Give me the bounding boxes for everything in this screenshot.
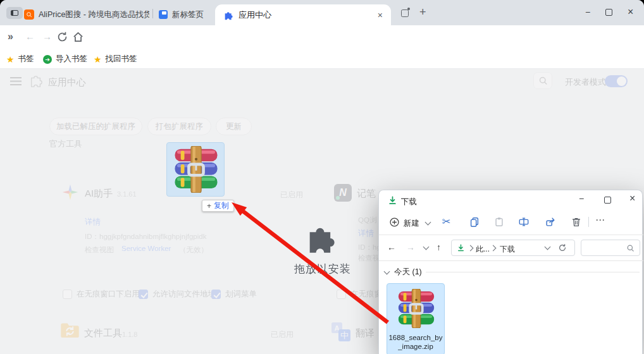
bookmark-label: 导入书签 (56, 54, 87, 64)
tab-list-button[interactable] (6, 7, 23, 19)
refresh-icon[interactable] (558, 243, 567, 252)
explorer-maximize-button[interactable] (604, 197, 611, 204)
puzzle-icon (223, 10, 233, 20)
drop-puzzle-icon (304, 221, 337, 254)
breadcrumb-chevron-icon (490, 245, 497, 252)
new-tab-button[interactable]: + (419, 6, 426, 19)
tab-label: 新标签页 (172, 9, 204, 20)
star-icon: ★ (6, 55, 15, 64)
copy-icon[interactable] (469, 216, 480, 228)
tab-divider (152, 9, 153, 18)
file-explorer-window[interactable]: 下载 − × 新建 ✂ ⋯ ← → ↑ 此... 下载 (378, 190, 643, 354)
explorer-forward-icon[interactable]: → (406, 242, 415, 252)
more-options-icon[interactable]: ⋯ (595, 214, 605, 226)
tab-aliprice[interactable]: AliPrice图搜 - 跨境电商选品找货源 (24, 6, 149, 23)
star-icon: ★ (94, 55, 102, 64)
import-arrow-icon: ➔ (43, 55, 52, 64)
bookmark-recover[interactable]: ★ 找回书签 (94, 54, 137, 64)
window-maximize-button[interactable] (605, 9, 612, 16)
downloads-folder-icon (457, 244, 465, 252)
new-tab-favicon (159, 10, 168, 19)
tab-group-icon[interactable] (401, 9, 409, 17)
command-bar-divider (379, 235, 643, 235)
back-button[interactable]: ← (25, 31, 35, 42)
bookmark-item[interactable]: ★ 书签 (6, 54, 34, 64)
explorer-close-button[interactable]: × (629, 193, 635, 204)
search-icon (626, 244, 635, 252)
tab-bar: AliPrice图搜 - 跨境电商选品找货源 新标签页 应用中心 × + − × (0, 0, 644, 25)
explorer-up-icon[interactable]: ↑ (437, 242, 441, 252)
drop-to-install-text: 拖放以安装 (294, 262, 351, 276)
recent-locations-caret-icon[interactable] (423, 244, 430, 250)
bookmarks-bar: ★ 书签 ➔ 导入书签 ★ 找回书签 (0, 49, 644, 69)
explorer-back-icon[interactable]: ← (387, 242, 396, 252)
breadcrumb-address-bar[interactable]: 此... 下载 (451, 240, 575, 256)
forward-button[interactable]: → (42, 31, 52, 42)
tab-close-icon[interactable]: × (378, 10, 383, 20)
browser-toolbar: » ← → qqbrowser://extensions/ ☆ S 在此搜索 A… (0, 25, 644, 49)
file-name: 1688_search_by_image.zip (388, 333, 443, 351)
explorer-title: 下载 (401, 197, 417, 207)
home-button[interactable] (72, 31, 84, 43)
drag-ghost[interactable] (166, 142, 225, 197)
overflow-bookmarks-icon[interactable]: » (8, 31, 13, 42)
group-header-line (426, 272, 640, 272)
bookmark-label: 找回书签 (106, 54, 137, 64)
reload-button[interactable] (56, 31, 68, 43)
group-header[interactable]: 今天 (1) (394, 267, 422, 278)
group-collapse-icon[interactable] (384, 269, 390, 275)
address-caret-icon[interactable] (545, 244, 551, 250)
new-item-icon[interactable] (389, 217, 400, 228)
screenshot-root: AliPrice图搜 - 跨境电商选品找货源 新标签页 应用中心 × + − ×… (0, 0, 644, 354)
cut-icon[interactable]: ✂ (442, 216, 450, 228)
paste-icon[interactable] (493, 216, 505, 228)
winrar-zip-icon (173, 146, 220, 193)
tab-new-tab-page[interactable]: 新标签页 (159, 6, 212, 23)
rename-icon[interactable] (518, 216, 529, 228)
new-item-label[interactable]: 新建 (404, 218, 419, 229)
tab-app-center[interactable]: 应用中心 × (215, 4, 391, 25)
tab-label: 应用中心 (238, 9, 271, 21)
breadcrumb-root[interactable]: 此... (476, 244, 490, 255)
bookmark-import[interactable]: ➔ 导入书签 (43, 54, 87, 64)
breadcrumb-chevron-icon (468, 245, 474, 252)
selected-zip-file[interactable]: 1688_search_by_image.zip (387, 283, 445, 354)
downloads-folder-icon (388, 196, 397, 205)
bookmark-label: 书签 (18, 54, 34, 64)
nav-bar-divider (379, 260, 643, 261)
command-divider (588, 217, 589, 227)
copy-label: 复制 (214, 200, 229, 211)
breadcrumb-current[interactable]: 下载 (500, 244, 515, 255)
delete-icon[interactable] (571, 216, 582, 228)
explorer-search-box[interactable] (581, 240, 640, 256)
window-minimize-button[interactable]: − (585, 7, 590, 17)
tab-label: AliPrice图搜 - 跨境电商选品找货源 (39, 9, 149, 20)
copy-drag-badge: + 复制 (202, 200, 234, 212)
winrar-zip-icon (397, 289, 436, 328)
share-icon[interactable] (545, 216, 556, 228)
tab-list-icon (11, 10, 18, 16)
window-close-button[interactable]: × (628, 6, 633, 18)
new-item-caret-icon[interactable] (425, 219, 431, 226)
explorer-minimize-button[interactable]: − (579, 193, 584, 204)
plus-icon: + (207, 202, 211, 211)
aliprice-favicon (24, 9, 34, 20)
